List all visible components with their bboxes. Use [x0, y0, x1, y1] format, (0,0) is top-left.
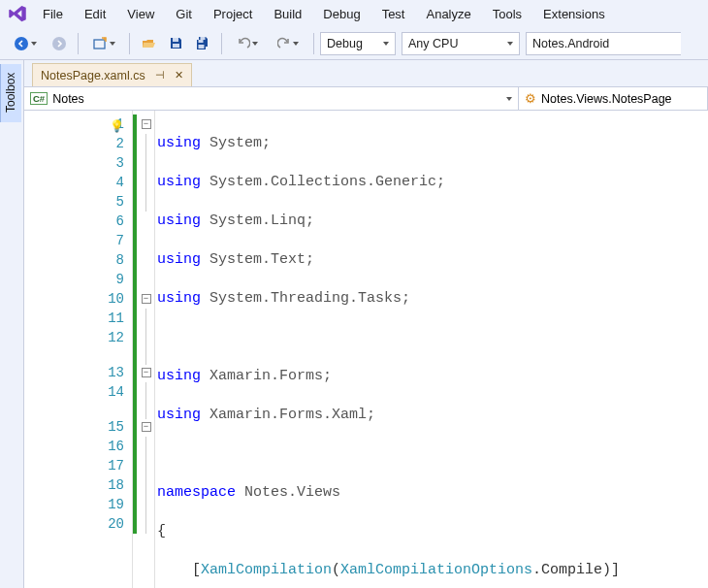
menu-tools[interactable]: Tools — [483, 4, 531, 24]
menu-debug[interactable]: Debug — [313, 4, 370, 24]
svg-point-0 — [15, 37, 28, 50]
save-button[interactable] — [163, 31, 188, 56]
nav-project-dropdown[interactable]: C# Notes — [24, 87, 519, 110]
fold-toggle[interactable]: − — [142, 294, 151, 304]
nav-back-button[interactable] — [6, 31, 45, 56]
menu-analyze[interactable]: Analyze — [416, 4, 480, 24]
toolbox-tab[interactable]: Toolbox — [0, 64, 21, 122]
config-dropdown[interactable]: Debug — [320, 32, 396, 55]
save-all-button[interactable] — [190, 31, 215, 56]
config-value: Debug — [327, 37, 363, 50]
svg-rect-6 — [200, 37, 205, 40]
startup-dropdown[interactable]: Notes.Android — [526, 32, 681, 55]
menu-extensions[interactable]: Extensions — [533, 4, 615, 24]
svg-rect-8 — [198, 45, 204, 49]
menu-view[interactable]: View — [117, 4, 164, 24]
document-tab-title: NotesPage.xaml.cs — [41, 69, 145, 82]
vs-logo-icon — [4, 0, 31, 27]
sidebar: Toolbox — [0, 60, 23, 588]
class-icon: ⚙ — [525, 91, 536, 106]
toolbar: Debug Any CPU Notes.Android — [0, 27, 708, 60]
document-tab[interactable]: NotesPage.xaml.cs ⊣ ✕ — [32, 63, 192, 86]
svg-rect-2 — [94, 40, 105, 49]
svg-rect-7 — [198, 40, 203, 43]
fold-toggle[interactable]: − — [142, 368, 151, 377]
document-tab-row: NotesPage.xaml.cs ⊣ ✕ — [24, 60, 708, 87]
menu-build[interactable]: Build — [264, 4, 311, 24]
svg-point-1 — [52, 37, 66, 50]
svg-rect-4 — [173, 38, 178, 42]
pin-icon[interactable]: ⊣ — [155, 69, 165, 82]
svg-rect-5 — [173, 44, 179, 48]
platform-dropdown[interactable]: Any CPU — [402, 32, 520, 55]
startup-value: Notes.Android — [532, 37, 609, 50]
fold-toggle[interactable]: − — [142, 422, 151, 432]
code-text[interactable]: using System; using System.Collections.G… — [155, 111, 708, 588]
close-icon[interactable]: ✕ — [175, 69, 183, 82]
nav-type-dropdown[interactable]: ⚙ Notes.Views.NotesPage — [519, 87, 708, 110]
nav-forward-button[interactable] — [47, 31, 72, 56]
menu-edit[interactable]: Edit — [75, 4, 115, 24]
editor: NotesPage.xaml.cs ⊣ ✕ C# Notes ⚙ Notes.V… — [23, 60, 708, 588]
menu-git[interactable]: Git — [166, 4, 202, 24]
nav-type-label: Notes.Views.NotesPage — [541, 92, 672, 106]
open-file-button[interactable] — [136, 31, 161, 56]
line-number-gutter: 1💡 2 3 4 5 6 7 8 9 10 11 12 13 14 15 16 … — [24, 111, 133, 588]
csharp-badge-icon: C# — [30, 92, 48, 105]
editor-nav-bar: C# Notes ⚙ Notes.Views.NotesPage — [24, 87, 708, 111]
menu-bar: File Edit View Git Project Build Debug T… — [0, 0, 708, 27]
fold-margin: − − − − — [138, 111, 155, 588]
undo-button[interactable] — [228, 31, 267, 56]
redo-button[interactable] — [269, 31, 307, 56]
work-area: Toolbox NotesPage.xaml.cs ⊣ ✕ C# Notes ⚙… — [0, 60, 708, 588]
platform-value: Any CPU — [408, 37, 458, 50]
new-project-button[interactable] — [84, 31, 123, 56]
svg-point-3 — [104, 37, 107, 40]
nav-project-label: Notes — [52, 92, 84, 106]
fold-toggle[interactable]: − — [142, 119, 151, 129]
menu-test[interactable]: Test — [372, 4, 415, 24]
menu-file[interactable]: File — [33, 4, 73, 24]
code-editor[interactable]: 1💡 2 3 4 5 6 7 8 9 10 11 12 13 14 15 16 … — [24, 111, 708, 588]
menu-project[interactable]: Project — [204, 4, 262, 24]
